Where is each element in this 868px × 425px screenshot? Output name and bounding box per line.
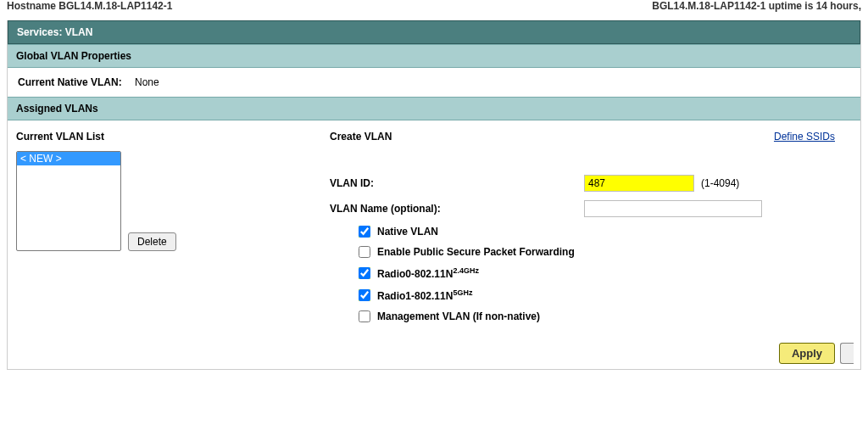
uptime-text: BGL14.M.18-LAP1142-1 uptime is 14 hours, xyxy=(652,0,861,12)
radio1-sup: 5GHz xyxy=(453,288,472,297)
column-left: Current VLAN List < NEW > Delete xyxy=(16,131,220,331)
column-middle: Create VLAN Define SSIDs VLAN ID: (1-409… xyxy=(220,131,852,331)
footer: Apply xyxy=(8,331,860,369)
delete-button[interactable]: Delete xyxy=(128,232,176,251)
radio1-base: Radio1-802.11N xyxy=(377,290,453,302)
vlan-id-label: VLAN ID: xyxy=(330,177,584,189)
vlan-name-input[interactable] xyxy=(584,200,762,217)
vlan-id-input[interactable] xyxy=(584,175,694,192)
pspf-chk-label: Enable Public Secure Packet Forwarding xyxy=(377,246,575,258)
header-global-vlan-properties: Global VLAN Properties xyxy=(8,44,860,68)
mgmt-vlan-chk-label: Management VLAN (If non-native) xyxy=(377,310,540,322)
header-services-vlan: Services: VLAN xyxy=(8,20,860,44)
apply-button[interactable]: Apply xyxy=(779,343,835,364)
native-vlan-checkbox[interactable] xyxy=(359,226,370,238)
create-vlan-title: Create VLAN xyxy=(330,131,392,143)
hostname: Hostname BGL14.M.18-LAP1142-1 xyxy=(7,0,172,12)
hostname-label: Hostname xyxy=(7,0,56,12)
vlan-list-select[interactable]: < NEW > xyxy=(16,151,121,251)
global-vlan-body: Current Native VLAN: None xyxy=(8,68,860,97)
radio0-chk-label: Radio0-802.11N2.4GHz xyxy=(377,266,479,280)
native-vlan-value: None xyxy=(135,76,159,88)
main-panel: Services: VLAN Global VLAN Properties Cu… xyxy=(7,20,861,370)
native-vlan-chk-label: Native VLAN xyxy=(377,226,438,238)
radio0-sup: 2.4GHz xyxy=(453,266,479,275)
define-ssids-link[interactable]: Define SSIDs xyxy=(774,131,835,143)
radio1-chk-label: Radio1-802.11N5GHz xyxy=(377,288,472,302)
native-vlan-label: Current Native VLAN: xyxy=(18,76,122,88)
pspf-checkbox[interactable] xyxy=(359,246,370,258)
assigned-vlans-body: Current VLAN List < NEW > Delete Create … xyxy=(8,120,860,331)
partial-button[interactable] xyxy=(840,343,854,364)
header-assigned-vlans: Assigned VLANs xyxy=(8,97,860,120)
current-vlan-list-title: Current VLAN List xyxy=(16,131,220,143)
mgmt-vlan-checkbox[interactable] xyxy=(359,310,370,322)
radio1-checkbox[interactable] xyxy=(359,289,370,301)
vlan-name-label: VLAN Name (optional): xyxy=(330,203,584,215)
radio0-checkbox[interactable] xyxy=(359,267,370,279)
hostname-value: BGL14.M.18-LAP1142-1 xyxy=(58,0,172,12)
top-bar: Hostname BGL14.M.18-LAP1142-1 BGL14.M.18… xyxy=(0,0,868,20)
radio0-base: Radio0-802.11N xyxy=(377,268,453,280)
vlan-id-hint: (1-4094) xyxy=(701,177,739,189)
vlan-list-option-new[interactable]: < NEW > xyxy=(17,152,120,165)
